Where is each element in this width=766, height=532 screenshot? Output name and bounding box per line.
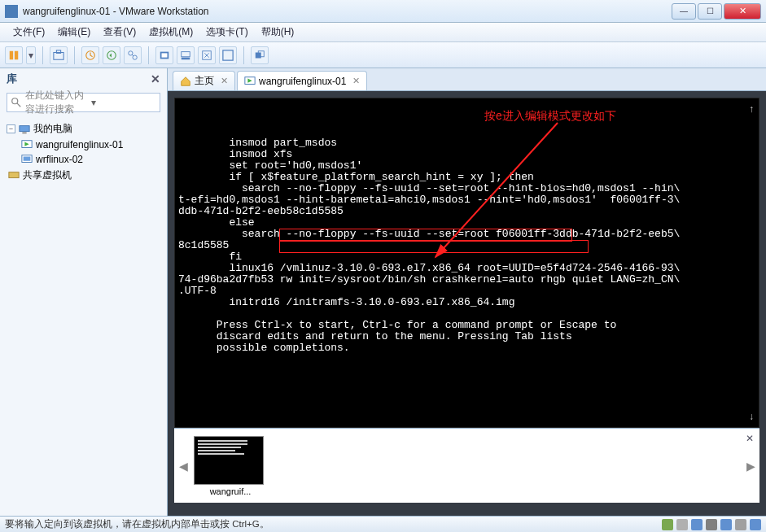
menu-help[interactable]: 帮助(H) bbox=[255, 24, 301, 41]
console-container: ↑ insmod part_msdos insmod xfs set root=… bbox=[168, 91, 766, 516]
unity-button[interactable] bbox=[251, 46, 269, 64]
svg-rect-12 bbox=[182, 57, 190, 59]
svg-rect-20 bbox=[22, 132, 26, 133]
tree-item-vm1[interactable]: wangruifenglinux-01 bbox=[3, 137, 164, 152]
window-title: wangruifenglinux-01 - VMware Workstation bbox=[23, 6, 670, 17]
menu-edit[interactable]: 编辑(E) bbox=[51, 24, 97, 41]
thumb-prev-button[interactable]: ◀ bbox=[177, 434, 189, 499]
svg-rect-1 bbox=[15, 50, 18, 59]
search-dropdown-icon[interactable]: ▾ bbox=[91, 97, 157, 108]
tree-item-vm2[interactable]: wrflinux-02 bbox=[3, 152, 164, 167]
power-on-button[interactable] bbox=[5, 46, 23, 64]
tree-root-mycomputer[interactable]: − 我的电脑 bbox=[3, 120, 164, 137]
tab-home-label: 主页 bbox=[195, 74, 214, 88]
svg-rect-11 bbox=[182, 51, 190, 56]
status-bar: 要将输入定向到该虚拟机，请在虚拟机内部单击或按 Ctrl+G。 bbox=[0, 516, 766, 532]
home-icon bbox=[180, 76, 191, 87]
vm-running-icon bbox=[21, 139, 33, 150]
send-ctrlaltdel-button[interactable] bbox=[50, 46, 68, 64]
svg-rect-24 bbox=[24, 157, 31, 161]
thumbnail-item[interactable]: wangruif... bbox=[194, 436, 267, 496]
search-placeholder: 在此处键入内容进行搜索 bbox=[25, 89, 91, 116]
tab-vm[interactable]: wangruifenglinux-01 ✕ bbox=[237, 71, 367, 90]
content-area: 主页 ✕ wangruifenglinux-01 ✕ ↑ insmod part… bbox=[168, 68, 766, 516]
toolbar-separator bbox=[243, 46, 244, 64]
device-usb-icon[interactable] bbox=[706, 519, 717, 530]
snapshot-button[interactable] bbox=[81, 46, 99, 64]
svg-line-8 bbox=[132, 55, 134, 56]
annotation-text: 按e进入编辑模式更改如下 bbox=[484, 110, 616, 121]
thumbnail-preview bbox=[194, 436, 264, 485]
sidebar-close-icon[interactable]: ✕ bbox=[151, 72, 160, 85]
menu-view[interactable]: 查看(V) bbox=[97, 24, 142, 41]
svg-line-18 bbox=[17, 103, 20, 107]
tab-close-icon[interactable]: ✕ bbox=[221, 76, 228, 86]
revert-snapshot-button[interactable] bbox=[103, 46, 120, 64]
status-text: 要将输入定向到该虚拟机，请在虚拟机内部单击或按 Ctrl+G。 bbox=[5, 518, 269, 530]
power-dropdown[interactable]: ▾ bbox=[26, 46, 36, 64]
search-icon bbox=[11, 97, 22, 108]
tree-shared-label: 共享虚拟机 bbox=[23, 168, 72, 182]
tab-vm-label: wangruifenglinux-01 bbox=[259, 76, 346, 87]
toolbar: ▾ bbox=[0, 42, 766, 68]
device-display-icon[interactable] bbox=[750, 519, 761, 530]
library-tree: − 我的电脑 wangruifenglinux-01 wrflinux-02 共… bbox=[3, 120, 164, 184]
device-printer-icon[interactable] bbox=[735, 519, 746, 530]
scroll-up-icon: ↑ bbox=[749, 103, 754, 115]
collapse-icon[interactable]: − bbox=[7, 124, 15, 133]
svg-rect-10 bbox=[162, 53, 168, 57]
vm-console[interactable]: ↑ insmod part_msdos insmod xfs set root=… bbox=[174, 98, 759, 428]
menu-vm[interactable]: 虚拟机(M) bbox=[142, 24, 199, 41]
shared-icon bbox=[8, 170, 20, 181]
menubar: 文件(F) 编辑(E) 查看(V) 虚拟机(M) 选项卡(T) 帮助(H) bbox=[0, 23, 766, 42]
menu-tabs[interactable]: 选项卡(T) bbox=[199, 24, 254, 41]
main-area: 库 ✕ 在此处键入内容进行搜索 ▾ − 我的电脑 wangruifenglinu… bbox=[0, 68, 766, 516]
thumbnail-strip: ◀ wangruif... ▶ ✕ bbox=[174, 428, 759, 503]
vm-running-icon bbox=[244, 76, 256, 87]
stretch-button[interactable] bbox=[198, 46, 216, 64]
vm-icon bbox=[21, 154, 33, 165]
fullscreen-button[interactable] bbox=[219, 46, 237, 64]
tab-home[interactable]: 主页 ✕ bbox=[173, 71, 235, 90]
tab-close-icon[interactable]: ✕ bbox=[352, 76, 360, 86]
toolbar-separator bbox=[148, 46, 149, 64]
sidebar-title: 库 bbox=[7, 72, 17, 86]
tree-item-label: wrflinux-02 bbox=[36, 154, 83, 165]
show-console-button[interactable] bbox=[155, 46, 173, 64]
minimize-button[interactable] bbox=[672, 3, 696, 20]
maximize-button[interactable] bbox=[698, 3, 722, 20]
toolbar-separator bbox=[42, 46, 43, 64]
device-net-icon[interactable] bbox=[691, 519, 703, 530]
device-cd-icon[interactable] bbox=[676, 519, 688, 530]
toolbar-separator bbox=[74, 46, 75, 64]
computer-icon bbox=[19, 124, 30, 135]
close-button[interactable] bbox=[724, 3, 761, 20]
svg-rect-19 bbox=[20, 125, 29, 131]
thumbnail-bar-button[interactable] bbox=[177, 46, 195, 64]
scroll-down-icon: ↓ bbox=[749, 411, 754, 422]
manage-snapshots-button[interactable] bbox=[124, 46, 142, 64]
tree-item-label: wangruifenglinux-01 bbox=[36, 139, 123, 150]
thumbstrip-close-icon[interactable]: ✕ bbox=[743, 432, 756, 445]
device-hdd-icon[interactable] bbox=[662, 519, 673, 530]
menu-file[interactable]: 文件(F) bbox=[7, 24, 51, 41]
thumbnail-label: wangruif... bbox=[194, 486, 267, 496]
svg-rect-14 bbox=[223, 50, 233, 59]
console-text: insmod part_msdos insmod xfs set root='h… bbox=[178, 137, 755, 354]
app-icon bbox=[5, 5, 18, 18]
svg-rect-0 bbox=[10, 50, 13, 59]
titlebar: wangruifenglinux-01 - VMware Workstation bbox=[0, 0, 766, 23]
tree-shared-vms[interactable]: 共享虚拟机 bbox=[3, 167, 164, 184]
tab-bar: 主页 ✕ wangruifenglinux-01 ✕ bbox=[168, 68, 766, 91]
library-sidebar: 库 ✕ 在此处键入内容进行搜索 ▾ − 我的电脑 wangruifenglinu… bbox=[0, 68, 168, 516]
search-input[interactable]: 在此处键入内容进行搜索 ▾ bbox=[7, 93, 160, 112]
svg-point-17 bbox=[12, 98, 18, 104]
svg-rect-25 bbox=[9, 172, 19, 177]
sidebar-header: 库 ✕ bbox=[0, 68, 167, 89]
tree-root-label: 我的电脑 bbox=[33, 122, 72, 136]
status-device-icons bbox=[662, 519, 761, 530]
window-controls bbox=[670, 3, 761, 20]
device-sound-icon[interactable] bbox=[720, 519, 732, 530]
